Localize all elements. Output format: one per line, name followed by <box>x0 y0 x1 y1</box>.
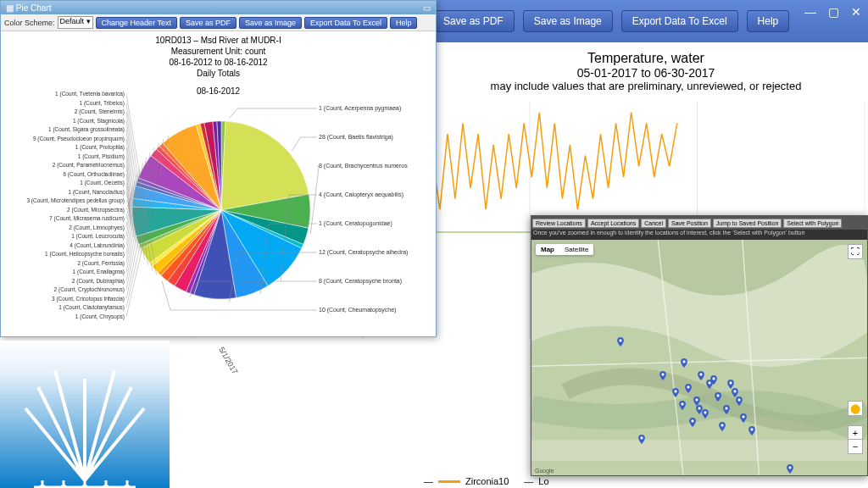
color-scheme-select[interactable]: Default ▾ <box>58 16 93 29</box>
map-marker[interactable] <box>698 369 704 378</box>
temp-daterange: 05-01-2017 to 06-30-2017 <box>424 66 868 80</box>
fullscreen-icon[interactable]: ⛶ <box>848 244 863 259</box>
map-marker[interactable] <box>740 411 747 420</box>
svg-text:6 (Count, Orthocladiinae): 6 (Count, Orthocladiinae) <box>63 171 125 178</box>
map-marker[interactable] <box>715 390 721 399</box>
svg-point-56 <box>716 394 719 396</box>
svg-point-73 <box>788 466 791 469</box>
change-header-button[interactable]: Change Header Text <box>96 17 177 29</box>
map-type-map[interactable]: Map <box>536 244 559 255</box>
map-marker[interactable] <box>710 373 717 382</box>
export-excel-button[interactable]: Export Data To Excel <box>621 10 738 32</box>
svg-text:4 (Count, Labrundinia): 4 (Count, Labrundinia) <box>70 242 125 249</box>
map-marker[interactable] <box>672 385 679 395</box>
svg-text:1 (Count, Protoptila): 1 (Count, Protoptila) <box>75 144 125 151</box>
map-type-control[interactable]: Map Satellite <box>536 244 593 255</box>
map-marker[interactable] <box>702 407 709 416</box>
svg-text:2 (Count, Micropsectra): 2 (Count, Micropsectra) <box>67 207 125 214</box>
svg-text:12 (Count, Ceratopsyche alhedr: 12 (Count, Ceratopsyche alhedra) <box>319 249 408 256</box>
help-button[interactable]: Help <box>747 10 790 32</box>
map-marker[interactable] <box>679 398 686 408</box>
pie-save-image-button[interactable]: Save as Image <box>239 17 302 29</box>
svg-text:1 (Count, Cladotanytarsus): 1 (Count, Cladotanytarsus) <box>58 304 125 311</box>
map-attribution: Google <box>535 468 554 474</box>
svg-point-64 <box>674 390 676 392</box>
map-type-satellite[interactable]: Satellite <box>559 244 593 255</box>
svg-point-59 <box>712 377 715 380</box>
map-marker[interactable] <box>727 377 734 386</box>
map-marker[interactable] <box>659 369 666 378</box>
map-hint: Once you've zoomed in enough to identify… <box>531 230 867 240</box>
svg-point-69 <box>681 402 683 405</box>
svg-text:8 (Count, Ceratopsyche bronta): 8 (Count, Ceratopsyche bronta) <box>319 278 402 285</box>
svg-text:7 (Count, Micrasema rusticum): 7 (Count, Micrasema rusticum) <box>49 215 125 222</box>
svg-text:2 (Count, Cryptochironomus): 2 (Count, Cryptochironomus) <box>54 286 125 293</box>
maximize-icon[interactable]: ▢ <box>828 5 839 19</box>
svg-text:1 (Count, Leucrocuta): 1 (Count, Leucrocuta) <box>71 233 125 240</box>
minimize-icon[interactable]: ▭ <box>423 3 431 13</box>
svg-text:1 (Count, Chrysops): 1 (Count, Chrysops) <box>75 313 125 320</box>
map-marker[interactable] <box>681 356 687 365</box>
pie-titlebar[interactable]: ▦ Pie Chart ▭ <box>1 1 436 14</box>
minimize-icon[interactable]: — <box>804 5 816 19</box>
pie-toolbar: Color Scheme: Default ▾ Change Header Te… <box>1 14 436 31</box>
save-image-button[interactable]: Save as Image <box>523 10 613 32</box>
temp-legend: — Zirconia10 — Lo <box>424 476 549 486</box>
svg-text:1 (Count, Nanocladius): 1 (Count, Nanocladius) <box>69 189 125 196</box>
svg-text:3 (Count, Cricotopus trifascia: 3 (Count, Cricotopus trifascia) <box>52 296 125 302</box>
svg-text:4 (Count, Calopteryx aequabili: 4 (Count, Calopteryx aequabilis) <box>319 191 403 198</box>
close-icon[interactable]: ✕ <box>851 5 861 19</box>
svg-point-66 <box>661 373 664 375</box>
svg-text:1 (Count, Helicopsyche boreali: 1 (Count, Helicopsyche borealis) <box>45 251 125 258</box>
zoom-control: + − <box>848 425 863 454</box>
map-marker[interactable] <box>689 415 696 424</box>
map-review-locations-button[interactable]: Review Locations <box>532 219 586 228</box>
map-marker[interactable] <box>736 394 743 403</box>
zoom-in-button[interactable]: + <box>849 426 862 440</box>
svg-text:1 (Count, Oecetis): 1 (Count, Oecetis) <box>80 180 125 186</box>
svg-point-72 <box>619 339 621 341</box>
app-logo <box>0 341 170 488</box>
pie-chart-window: ▦ Pie Chart ▭ Color Scheme: Default ▾ Ch… <box>0 0 437 337</box>
map-marker[interactable] <box>696 402 703 412</box>
svg-text:28 (Count, Baetis flavistriga): 28 (Count, Baetis flavistriga) <box>319 134 393 141</box>
chart-icon: ▦ <box>6 3 14 13</box>
svg-text:2 (Count, Limnophyes): 2 (Count, Limnophyes) <box>69 225 125 231</box>
pie-save-pdf-button[interactable]: Save as PDF <box>180 17 236 29</box>
save-pdf-button[interactable]: Save as PDF <box>432 10 515 32</box>
svg-point-52 <box>699 373 702 375</box>
map-save-position-button[interactable]: Save Position <box>668 219 711 228</box>
map-window: Review LocationsAccept LocationsCancelSa… <box>531 215 868 476</box>
map-jump-to-saved-position-button[interactable]: Jump to Saved Position <box>713 219 782 228</box>
svg-text:2 (Count, Ferrissia): 2 (Count, Ferrissia) <box>77 260 125 267</box>
svg-text:8 (Count, Brachycentrus numero: 8 (Count, Brachycentrus numeros <box>319 163 408 169</box>
svg-text:2 (Count, Dubiraphia): 2 (Count, Dubiraphia) <box>72 278 125 285</box>
map-marker[interactable] <box>719 419 726 429</box>
svg-point-71 <box>640 436 643 439</box>
svg-point-60 <box>733 390 736 392</box>
pie-chart: 1 (Count, Acerpenna pygmaea)28 (Count, B… <box>1 87 437 333</box>
zoom-out-button[interactable]: − <box>849 440 862 453</box>
map-canvas[interactable]: Map Satellite ⛶ ⬤ + − Google <box>531 240 867 475</box>
map-marker[interactable] <box>748 424 755 433</box>
svg-text:2 (Count, Stenelmis): 2 (Count, Stenelmis) <box>75 108 125 115</box>
map-marker[interactable] <box>685 381 692 391</box>
svg-text:2 (Count, Parametriocnemus): 2 (Count, Parametriocnemus) <box>53 162 125 169</box>
map-select-with-polygon-button[interactable]: Select with Polygon <box>783 219 842 228</box>
map-marker[interactable] <box>787 462 793 471</box>
map-marker[interactable] <box>723 402 730 412</box>
svg-point-51 <box>682 360 685 363</box>
svg-text:10 (Count, Cheumatopsyche): 10 (Count, Cheumatopsyche) <box>319 307 396 313</box>
pie-help-button[interactable]: Help <box>390 17 418 29</box>
svg-text:1 (Count, Pisidium): 1 (Count, Pisidium) <box>78 153 125 160</box>
svg-text:1 (Count, Tvetenia bavarica): 1 (Count, Tvetenia bavarica) <box>55 91 125 97</box>
svg-text:1 (Count, Enallagma): 1 (Count, Enallagma) <box>73 269 125 275</box>
map-accept-locations-button[interactable]: Accept Locations <box>587 219 639 228</box>
map-cancel-button[interactable]: Cancel <box>641 219 666 228</box>
svg-text:1 (Count, Stagnicola): 1 (Count, Stagnicola) <box>73 118 125 125</box>
map-marker[interactable] <box>638 432 645 441</box>
svg-text:1 (Count, Acerpenna pygmaea): 1 (Count, Acerpenna pygmaea) <box>319 105 401 112</box>
pegman-icon[interactable]: ⬤ <box>848 401 863 416</box>
map-marker[interactable] <box>617 335 624 344</box>
pie-export-excel-button[interactable]: Export Data To Excel <box>304 17 387 29</box>
